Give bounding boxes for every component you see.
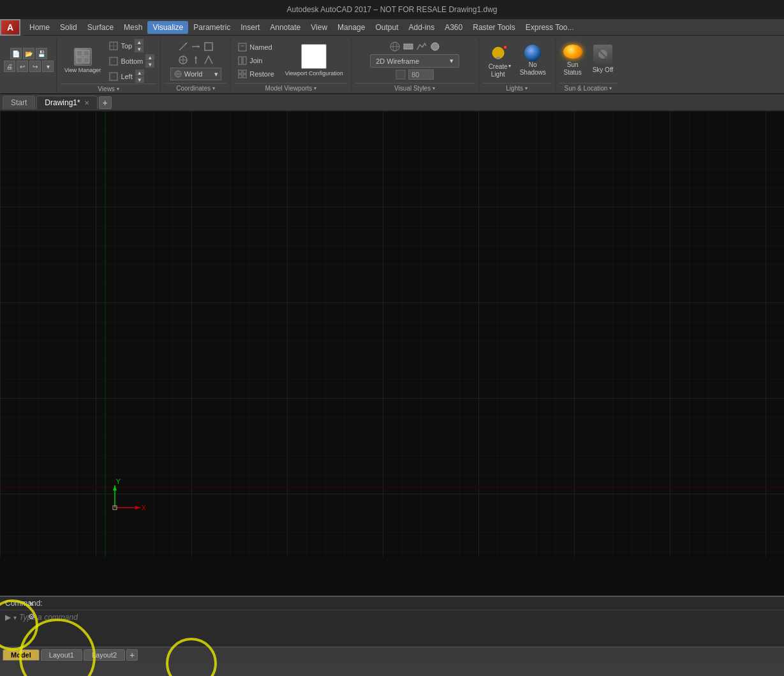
model-viewports-group: Named Join — [231, 38, 351, 93]
view-manager-icon — [74, 48, 92, 66]
join-button[interactable]: Join — [235, 54, 277, 67]
start-tab[interactable]: Start — [3, 96, 35, 109]
model-tab[interactable]: Model — [3, 649, 40, 661]
left-view-item[interactable]: Left ▲ ▼ — [107, 69, 156, 84]
restore-button[interactable]: Restore — [235, 68, 277, 80]
menu-view[interactable]: View — [306, 21, 332, 34]
top-view-item[interactable]: Top ▲ ▼ — [107, 38, 156, 53]
top-view-down[interactable]: ▼ — [135, 46, 144, 52]
create-light-button[interactable]: CreateLight ▾ — [483, 42, 514, 79]
no-shadows-button[interactable]: NoShadows — [516, 42, 550, 79]
svg-point-40 — [504, 46, 507, 48]
add-layout-button[interactable]: + — [126, 649, 138, 661]
menu-bar: Home Solid Surface Mesh Visualize Parame… — [23, 19, 784, 36]
viewport-config-button[interactable]: Viewport Configuration — [281, 42, 347, 79]
svg-marker-12 — [198, 45, 200, 48]
drawing1-tab-label: Drawing1* — [45, 98, 80, 107]
command-prompt-icon: ▶ — [5, 613, 11, 622]
left-view-down[interactable]: ▼ — [135, 77, 144, 83]
lights-group-label[interactable]: Lights ▾ — [483, 83, 551, 93]
ucs-icon: Y X — [108, 479, 147, 519]
menu-home[interactable]: Home — [24, 21, 55, 34]
svg-rect-37 — [496, 57, 500, 59]
coordinates-group-label[interactable]: Coordinates ▾ — [165, 83, 226, 93]
sun-status-button[interactable]: SunStatus — [559, 42, 586, 79]
menu-express[interactable]: Express Too... — [521, 21, 579, 34]
customize-icon[interactable]: ▾ — [42, 61, 54, 72]
open-icon[interactable]: 📂 — [23, 48, 34, 59]
command-settings-icon[interactable]: ⚙ — [28, 612, 35, 621]
new-tab-button[interactable]: + — [99, 96, 112, 109]
bottom-view-item[interactable]: Bottom ▲ ▼ — [107, 54, 156, 68]
left-view-arrows: ▲ ▼ — [135, 70, 144, 83]
svg-rect-27 — [243, 70, 246, 73]
menu-a360[interactable]: A360 — [440, 21, 468, 34]
view-icon-left — [109, 72, 118, 81]
left-view-up[interactable]: ▲ — [135, 70, 144, 76]
view-manager-button[interactable]: View Manager — [61, 43, 105, 80]
lights-group: CreateLight ▾ NoShadows Lights ▾ — [479, 38, 556, 93]
lights-expand-icon: ▾ — [525, 85, 528, 91]
coord-icon5 — [190, 54, 202, 66]
top-view-arrows: ▲ ▼ — [135, 39, 144, 52]
world-dropdown[interactable]: World ▾ — [170, 68, 221, 80]
svg-rect-0 — [77, 50, 82, 56]
print-icon[interactable]: 🖨 — [4, 61, 15, 72]
visual-styles-group-label[interactable]: Visual Styles ▾ — [355, 83, 475, 93]
menu-parametric[interactable]: Parametric — [188, 21, 235, 34]
menu-manage[interactable]: Manage — [332, 21, 370, 34]
menu-addins[interactable]: Add-ins — [404, 21, 440, 34]
views-group: View Manager Top ▲ ▼ — [57, 38, 161, 93]
model-viewports-group-label[interactable]: Model Viewports ▾ — [235, 83, 346, 93]
ribbon-content: 📄 📂 💾 🖨 ↩ ↪ ▾ — [0, 36, 784, 93]
menu-output[interactable]: Output — [370, 21, 403, 34]
bottom-view-label: Bottom — [121, 57, 143, 65]
view-manager-label: View Manager — [64, 67, 101, 74]
undo-icon[interactable]: ↩ — [17, 61, 28, 72]
named-button[interactable]: Named — [235, 41, 277, 54]
svg-text:Y: Y — [116, 479, 121, 485]
menu-solid[interactable]: Solid — [55, 21, 82, 34]
join-label: Join — [249, 57, 262, 64]
menu-mesh[interactable]: Mesh — [119, 21, 147, 34]
quick-access-group: 📄 📂 💾 🖨 ↩ ↪ ▾ — [1, 38, 57, 93]
save-icon[interactable]: 💾 — [36, 48, 47, 59]
world-dropdown-arrow: ▾ — [214, 70, 218, 78]
menu-raster[interactable]: Raster Tools — [468, 21, 520, 34]
new-icon[interactable]: 📄 — [10, 48, 22, 59]
layout1-tab[interactable]: Layout1 — [41, 649, 82, 661]
create-light-icon — [488, 43, 508, 63]
sky-off-button[interactable]: Sky Off — [589, 42, 618, 79]
drawing1-tab[interactable]: Drawing1* ✕ — [36, 96, 97, 109]
command-close-button[interactable]: ✕ — [28, 599, 34, 608]
layout2-tab[interactable]: Layout2 — [84, 649, 125, 661]
named-label: Named — [249, 43, 272, 51]
top-view-label: Top — [121, 42, 132, 50]
redo-icon[interactable]: ↪ — [29, 61, 41, 72]
visual-style-dropdown[interactable]: 2D Wireframe ▾ — [370, 54, 459, 68]
command-input[interactable] — [19, 613, 211, 622]
coord-icon4 — [177, 54, 189, 66]
menu-surface[interactable]: Surface — [82, 21, 119, 34]
visual-styles-group: 2D Wireframe ▾ Visual Styles ▾ — [351, 38, 479, 93]
menu-visualize[interactable]: Visualize — [147, 21, 188, 34]
app-button[interactable]: A — [0, 19, 20, 36]
vs-expand-icon: ▾ — [433, 85, 435, 91]
coord-icon2 — [190, 41, 202, 52]
drawing-area[interactable]: Y X — [0, 111, 784, 596]
drawing1-tab-close[interactable]: ✕ — [84, 99, 89, 107]
vs-icon1 — [389, 41, 401, 52]
menu-annotate[interactable]: Annotate — [265, 21, 306, 34]
bottom-view-down[interactable]: ▼ — [145, 61, 154, 68]
views-group-label[interactable]: Views ▾ — [61, 84, 156, 94]
bottom-view-up[interactable]: ▲ — [145, 54, 154, 61]
opacity-input[interactable] — [408, 70, 434, 80]
svg-rect-13 — [205, 43, 212, 50]
bottom-view-arrows: ▲ ▼ — [145, 54, 154, 68]
sun-location-group-label[interactable]: Sun & Location ▾ — [559, 83, 618, 93]
menu-insert[interactable]: Insert — [235, 21, 265, 34]
create-light-label: CreateLight — [489, 63, 508, 78]
restore-icon — [238, 70, 247, 78]
top-view-up[interactable]: ▲ — [135, 39, 144, 45]
view-list: Top ▲ ▼ Bottom ▲ ▼ — [107, 38, 156, 84]
